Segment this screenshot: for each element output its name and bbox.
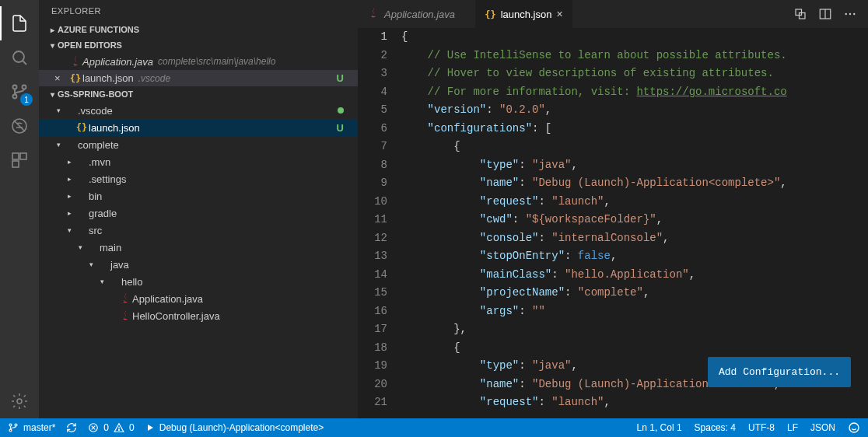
no-bug-icon	[10, 117, 29, 135]
svg-point-18	[15, 424, 17, 426]
svg-point-24	[119, 429, 120, 430]
tree-label: launch.json	[89, 122, 140, 134]
status-lang[interactable]: JSON	[810, 422, 835, 433]
file-icon: {}	[485, 9, 495, 20]
open-editor-item[interactable]: ×{}launch.json.vscodeU	[39, 70, 358, 86]
search-icon	[10, 48, 29, 67]
svg-line-1	[23, 61, 26, 65]
chevron-icon: ▾	[75, 243, 86, 251]
status-encoding[interactable]: UTF-8	[748, 422, 775, 433]
svg-rect-11	[800, 13, 806, 19]
tree-folder[interactable]: ▸.mvn	[39, 153, 358, 170]
file-name: launch.json	[82, 72, 134, 84]
section-open-editors[interactable]: ▾OPEN EDITORS	[39, 37, 358, 53]
close-icon[interactable]: ×	[556, 8, 562, 20]
sidebar: EXPLORER ▸AZURE FUNCTIONS ▾OPEN EDITORS …	[39, 0, 358, 418]
find-references-icon[interactable]	[793, 7, 807, 21]
tree-folder[interactable]: ▾hello	[39, 273, 358, 290]
status-sync[interactable]	[66, 422, 77, 433]
tree-folder[interactable]: ▸bin	[39, 187, 358, 205]
warning-icon	[114, 422, 124, 433]
activity-settings[interactable]	[0, 384, 39, 418]
editor-area: Application.java×{}launch.json× 12345678…	[358, 0, 868, 418]
play-icon	[145, 423, 155, 432]
tab-bar: Application.java×{}launch.json×	[358, 0, 868, 28]
tree-folder[interactable]: ▾main	[39, 239, 358, 256]
status-branch[interactable]: master*	[8, 422, 55, 433]
status-debug-target[interactable]: Debug (Launch)-Application<complete>	[145, 422, 324, 433]
chevron-icon: ▾	[53, 141, 64, 149]
tree-label: .settings	[89, 173, 126, 185]
gear-icon	[10, 392, 29, 411]
tree-folder[interactable]: ▾.vscode	[39, 102, 358, 119]
section-azure[interactable]: ▸AZURE FUNCTIONS	[39, 22, 358, 37]
tab-label: Application.java	[384, 9, 455, 20]
chevron-icon: ▾	[96, 278, 107, 285]
editor-tab[interactable]: Application.java×	[358, 0, 475, 28]
tree-file[interactable]: HelloController.java	[39, 307, 358, 324]
status-eol[interactable]: LF	[787, 422, 798, 433]
activity-search[interactable]	[0, 40, 39, 75]
close-icon[interactable]: ×	[54, 72, 68, 84]
svg-rect-7	[20, 153, 26, 159]
chevron-icon: ▸	[64, 175, 75, 183]
file-icon: {}	[75, 122, 89, 133]
activity-debug[interactable]	[0, 109, 39, 143]
activity-explorer[interactable]	[0, 6, 39, 40]
chevron-icon: ▸	[64, 192, 75, 200]
svg-rect-10	[796, 9, 802, 16]
activity-scm[interactable]: 1	[0, 75, 39, 109]
scm-badge: 1	[20, 93, 33, 106]
tree-file[interactable]: Application.java	[39, 290, 358, 307]
section-workspace[interactable]: ▾GS-SPRING-BOOT	[39, 86, 358, 102]
svg-rect-6	[12, 153, 19, 159]
file-icon	[118, 309, 132, 322]
add-configuration-button[interactable]: Add Configuration...	[708, 357, 851, 388]
chevron-icon: ▾	[53, 107, 64, 114]
tree-label: main	[100, 242, 121, 253]
svg-point-3	[23, 86, 26, 89]
status-problems[interactable]: 0 0	[88, 422, 134, 433]
tree-label: java	[110, 259, 129, 271]
svg-point-4	[13, 95, 17, 99]
branch-icon	[8, 422, 19, 433]
svg-point-17	[9, 424, 12, 426]
tree-label: gradle	[89, 208, 117, 219]
chevron-icon: ▾	[64, 226, 75, 234]
tree-folder[interactable]: ▸gradle	[39, 205, 358, 222]
activity-extensions[interactable]	[0, 143, 39, 177]
file-name: Application.java	[82, 56, 153, 68]
tree-file[interactable]: {}launch.jsonU	[39, 119, 358, 136]
feedback-icon[interactable]	[848, 421, 860, 434]
tree-folder[interactable]: ▾src	[39, 222, 358, 239]
tree-folder[interactable]: ▾complete	[39, 136, 358, 153]
tree-folder[interactable]: ▾java	[39, 256, 358, 273]
file-icon	[68, 55, 82, 68]
git-status: U	[337, 72, 353, 84]
chevron-icon: ▸	[64, 158, 75, 166]
editor-body[interactable]: 123456789101112131415161718192021 { // U…	[358, 28, 868, 418]
svg-point-15	[849, 13, 851, 15]
split-editor-icon[interactable]	[818, 7, 832, 21]
svg-point-16	[853, 13, 855, 15]
file-icon	[367, 7, 380, 22]
file-icon: {}	[68, 73, 82, 84]
sidebar-title: EXPLORER	[39, 0, 358, 22]
extensions-icon	[10, 151, 29, 170]
tab-label: launch.json	[501, 9, 552, 20]
more-icon[interactable]	[843, 7, 857, 21]
status-spaces[interactable]: Spaces: 4	[695, 422, 736, 433]
svg-rect-8	[12, 161, 19, 167]
status-position[interactable]: Ln 1, Col 1	[637, 422, 682, 433]
open-editor-item[interactable]: ×Application.javacomplete\src\main\java\…	[39, 53, 358, 70]
modified-dot-icon	[338, 107, 344, 114]
svg-point-2	[13, 86, 17, 89]
svg-point-0	[13, 51, 24, 62]
tree-folder[interactable]: ▸.settings	[39, 170, 358, 187]
tree-label: src	[89, 225, 102, 236]
error-icon	[88, 422, 99, 433]
tree-label: hello	[121, 276, 142, 288]
tree-label: Application.java	[132, 293, 203, 305]
activity-bar: 1	[0, 0, 39, 418]
editor-tab[interactable]: {}launch.json×	[475, 0, 572, 28]
